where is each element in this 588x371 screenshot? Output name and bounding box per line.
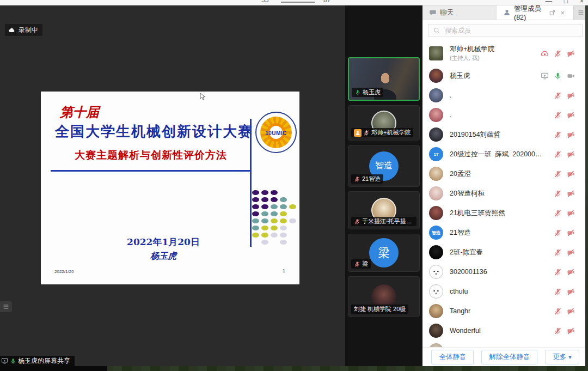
mic-off-icon[interactable]	[554, 50, 562, 58]
logo-text: 10UMIC	[256, 130, 296, 136]
member-row[interactable]: cthulu	[422, 282, 588, 301]
mic-off-icon[interactable]	[554, 111, 562, 119]
member-info: 21机电三班贾照然	[450, 209, 505, 218]
cam-off-icon[interactable]	[567, 170, 575, 178]
video-tile[interactable]: 刘捷 机械学院 20级	[348, 276, 420, 317]
minimize-button[interactable]: —	[546, 0, 552, 5]
side-panel: 聊天 管理成员(82) × 邓帅+机械学院(主持人, 我)杨玉虎..201901…	[422, 5, 588, 366]
member-row[interactable]: .	[422, 86, 588, 105]
member-info: 20190154刘蕴哲	[450, 130, 500, 139]
cam-on-icon[interactable]	[567, 72, 575, 80]
video-tile[interactable]: 于米提江·托乎提-机械学...	[348, 191, 420, 229]
cam-off-icon[interactable]	[567, 50, 575, 58]
member-row[interactable]: 20智造柯桓	[422, 184, 588, 203]
member-row[interactable]: Wonderful	[422, 321, 588, 340]
menu-icon	[2, 303, 10, 311]
member-name: 21智造	[450, 228, 471, 238]
recording-badge[interactable]: 录制中	[5, 24, 42, 36]
tab-chat[interactable]: 聊天	[422, 5, 497, 20]
member-row[interactable]: 1720级过控一班 薛斌 20200017	[422, 144, 588, 164]
mute-all-button[interactable]: 全体静音	[431, 350, 474, 364]
layout-toggle-button[interactable]	[0, 301, 12, 312]
dot-row	[252, 202, 298, 206]
chat-icon	[429, 9, 437, 16]
member-row[interactable]: 3020001136	[422, 262, 588, 282]
mic-off-icon[interactable]	[554, 248, 562, 257]
member-name: 20智造柯桓	[450, 189, 485, 198]
mic-on-icon[interactable]	[554, 72, 562, 80]
member-search	[422, 20, 588, 41]
slide-author: 杨玉虎	[82, 251, 245, 262]
cam-off-icon[interactable]	[567, 288, 575, 296]
avatar	[429, 69, 443, 83]
member-row[interactable]: 20190154刘蕴哲	[422, 125, 588, 144]
cloud-record-icon[interactable]	[541, 50, 549, 58]
member-name: 杨玉虎	[450, 71, 470, 81]
member-name: 21机电三班贾照然	[450, 209, 505, 218]
video-tile[interactable]: 杨玉虎	[348, 57, 420, 101]
mic-off-icon[interactable]	[554, 92, 562, 100]
cam-off-icon[interactable]	[567, 209, 575, 217]
cam-off-icon[interactable]	[567, 307, 575, 315]
mic-off-icon[interactable]	[554, 150, 562, 159]
search-input[interactable]	[444, 26, 582, 35]
member-row[interactable]: Tanghr	[422, 301, 588, 321]
screenshare-icon[interactable]	[541, 72, 549, 80]
dot-row	[252, 223, 298, 228]
cam-off-icon[interactable]	[567, 248, 575, 257]
cam-off-icon[interactable]	[567, 229, 575, 237]
video-tile[interactable]: 邓帅+机械学院	[348, 105, 420, 141]
mic-off-icon[interactable]	[554, 190, 562, 198]
member-row[interactable]: .	[422, 105, 588, 125]
mic-off-icon[interactable]	[554, 229, 562, 237]
mic-off-icon[interactable]	[554, 268, 562, 276]
mic-off-icon[interactable]	[554, 307, 562, 315]
member-name: Tanghr	[450, 307, 470, 315]
cam-off-icon[interactable]	[567, 111, 575, 119]
mic-off-icon[interactable]	[554, 327, 562, 335]
tab-members[interactable]: 管理成员(82) ×	[497, 5, 573, 20]
participant-name: 杨玉虎	[363, 88, 381, 96]
cam-off-icon[interactable]	[567, 327, 575, 335]
member-row[interactable]: 邓帅+机械学院(主持人, 我)	[422, 41, 588, 66]
member-list: 邓帅+机械学院(主持人, 我)杨玉虎..20190154刘蕴哲1720级过控一班…	[422, 41, 588, 347]
mic-off-icon[interactable]	[554, 170, 562, 178]
member-row[interactable]: 2班-陈宜春	[422, 242, 588, 262]
member-info: 20孟澄	[450, 169, 471, 179]
popout-icon[interactable]	[549, 9, 556, 16]
member-row[interactable]: 杨玉虎	[422, 66, 588, 86]
desktop-edge	[585, 5, 588, 366]
more-button[interactable]: 更多▾	[545, 350, 579, 364]
mic-off-icon[interactable]	[554, 288, 562, 296]
tile-name-label: 于米提江·托乎提-机械学...	[351, 217, 416, 226]
avatar	[429, 343, 443, 347]
close-panel-icon[interactable]: ×	[560, 9, 565, 16]
member-info: 20级过控一班 薛斌 20200017	[450, 150, 542, 159]
video-tile[interactable]: 智造21智造	[348, 145, 420, 187]
member-name: 20孟澄	[450, 169, 471, 179]
mic-off-icon[interactable]	[554, 131, 562, 139]
member-row[interactable]	[422, 340, 588, 347]
member-row[interactable]: 智造21智造	[422, 223, 588, 242]
member-name: 20级过控一班 薛斌 20200017	[450, 150, 542, 159]
maximize-button[interactable]: □	[564, 0, 568, 5]
avatar	[429, 304, 443, 318]
cam-off-icon[interactable]	[567, 92, 575, 100]
slide-horizontal-rule	[51, 170, 250, 172]
member-row[interactable]: 20孟澄	[422, 164, 588, 184]
member-status-icons	[554, 170, 581, 178]
member-info: 20智造柯桓	[450, 189, 485, 198]
slide-date: 2022年1月20日	[82, 236, 245, 248]
cam-off-icon[interactable]	[567, 150, 575, 159]
video-tile[interactable]: 梁梁	[348, 234, 420, 272]
titlebar-dash	[281, 2, 315, 3]
member-row[interactable]: 21机电三班贾照然	[422, 203, 588, 223]
mic-off-icon[interactable]	[554, 209, 562, 217]
cam-off-icon[interactable]	[567, 190, 575, 198]
mic-on-icon	[10, 358, 16, 364]
member-info: cthulu	[450, 288, 468, 295]
cam-off-icon[interactable]	[567, 268, 575, 276]
close-window-button[interactable]: ×	[580, 0, 584, 5]
unmute-all-button[interactable]: 解除全体静音	[481, 350, 537, 364]
cam-off-icon[interactable]	[567, 131, 575, 139]
